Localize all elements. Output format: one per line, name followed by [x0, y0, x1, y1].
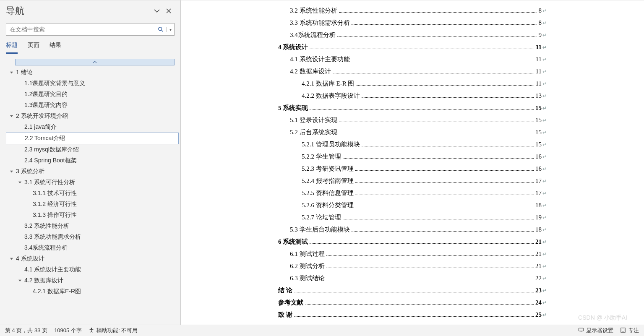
paragraph-mark-icon: ↵: [542, 102, 547, 114]
nav-close-button[interactable]: [163, 5, 175, 17]
paragraph-mark-icon: ↵: [542, 139, 547, 151]
toc-page-number: 21: [535, 260, 542, 272]
tree-item[interactable]: 2.1 java简介: [6, 122, 179, 133]
toc-leader-dots: [326, 280, 534, 280]
caret-expanded-icon[interactable]: [17, 278, 23, 284]
toc-leader-dots: [339, 122, 534, 122]
search-button[interactable]: [155, 26, 166, 32]
monitor-icon: [578, 327, 584, 334]
tree-item-label: 2 系统开发环境介绍: [16, 112, 68, 120]
status-focus[interactable]: 专注: [620, 327, 639, 334]
tree-item[interactable]: 1.2课题研究目的: [6, 89, 179, 100]
caret-expanded-icon[interactable]: [8, 256, 14, 262]
toc-title: 4 系统设计: [278, 41, 308, 53]
toc-leader-dots: [294, 316, 534, 317]
caret-expanded-icon[interactable]: [17, 180, 23, 185]
tree-item[interactable]: 1.3课题研究内容: [6, 100, 179, 111]
paragraph-mark-icon: ↵: [542, 29, 547, 41]
tree-item[interactable]: 3 系统分析: [6, 166, 179, 177]
toc-line: 6.1 测试过程21↵: [278, 248, 547, 260]
status-accessibility[interactable]: 辅助功能: 不可用: [89, 327, 138, 334]
toc-line: 致 谢25↵: [278, 309, 547, 321]
toc-page-number: 15: [535, 102, 542, 114]
tree-item[interactable]: 4.2.1 数据库E-R图: [6, 286, 179, 297]
toc-page-number: 22: [535, 272, 542, 284]
caret-none: [25, 190, 31, 196]
tree-item[interactable]: 3.4系统流程分析: [6, 242, 179, 253]
document-area[interactable]: 3.2 系统性能分析8↵3.3 系统功能需求分析8↵3.4系统流程分析9↵4 系…: [181, 0, 644, 325]
status-page[interactable]: 第 4 页，共 33 页: [5, 327, 47, 334]
toc-page-number: 11: [536, 78, 542, 89]
paragraph-mark-icon: ↵: [542, 224, 547, 236]
tree-item-label: 3 系统分析: [16, 168, 44, 175]
tree-item[interactable]: 1.1课题研究背景与意义: [6, 78, 179, 89]
tree-item[interactable]: 3.1.1 技术可行性: [6, 188, 179, 199]
paragraph-mark-icon: ↵: [542, 212, 547, 224]
tree-item[interactable]: 4.2 数据库设计: [6, 275, 179, 286]
tree-item[interactable]: 3.3 系统功能需求分析: [6, 232, 179, 242]
tree-item-label: 1.2课题研究目的: [24, 91, 68, 98]
tree-item-label: 1 绪论: [16, 69, 33, 76]
toc-page-number: 8: [539, 17, 542, 29]
toc-page-number: 15: [535, 126, 542, 138]
tree-item[interactable]: 2 系统开发环境介绍: [6, 111, 179, 122]
caret-none: [25, 289, 31, 294]
toc-leader-dots: [356, 85, 534, 86]
toc-leader-dots: [343, 158, 534, 159]
toc-page-number: 9: [539, 29, 542, 41]
caret-expanded-icon[interactable]: [8, 169, 14, 175]
tree-item[interactable]: 4 系统设计: [6, 253, 179, 264]
toc-line: 5.3 学生后台功能模块18↵: [278, 224, 547, 236]
tree-item[interactable]: 3.1.2 经济可行性: [6, 199, 179, 210]
toc-line: 5.2.7 论坛管理19↵: [278, 211, 547, 224]
paragraph-mark-icon: ↵: [542, 78, 547, 90]
search-box[interactable]: ▾: [6, 23, 175, 36]
tree-item-label: 3.1.2 经济可行性: [33, 201, 77, 208]
nav-tree[interactable]: 1 绪论1.1课题研究背景与意义1.2课题研究目的1.3课题研究内容2 系统开发…: [0, 65, 180, 325]
search-dropdown[interactable]: ▾: [166, 27, 174, 32]
toc-title: 3.3 系统功能需求分析: [290, 17, 350, 29]
tree-item-label: 1.1课题研究背景与意义: [24, 80, 85, 87]
toc-title: 5.2.2 学生管理: [302, 151, 341, 162]
paragraph-mark-icon: ↵: [542, 17, 547, 29]
status-display-settings[interactable]: 显示器设置: [578, 327, 613, 334]
paragraph-mark-icon: ↵: [542, 188, 547, 199]
tree-item-label: 4 系统设计: [16, 255, 44, 263]
toc-line: 3.3 系统功能需求分析8↵: [278, 17, 547, 29]
tree-item-label: 3.1.3 操作可行性: [33, 211, 77, 219]
toc-leader-dots: [362, 97, 534, 98]
tree-collapse-bar[interactable]: [15, 59, 175, 65]
tree-item[interactable]: 3.1 系统可行性分析: [6, 177, 179, 188]
tree-item[interactable]: 3.2 系统性能分析: [6, 221, 179, 232]
toc-line: 5.2 后台系统实现15↵: [278, 126, 547, 138]
caret-expanded-icon[interactable]: [8, 70, 14, 76]
paragraph-mark-icon: ↵: [542, 260, 547, 272]
toc-page-number: 11: [536, 65, 542, 77]
navigation-pane: 导航 ▾ 标题 页面 结果: [0, 0, 181, 325]
tree-item[interactable]: 3.1.3 操作可行性: [6, 210, 179, 221]
caret-expanded-icon[interactable]: [8, 113, 14, 119]
tab-headings[interactable]: 标题: [6, 42, 18, 54]
caret-none: [17, 124, 23, 130]
nav-collapse-button[interactable]: [151, 5, 163, 17]
status-word-count[interactable]: 10905 个字: [54, 327, 82, 334]
tab-results[interactable]: 结果: [50, 42, 61, 54]
paragraph-mark-icon: ↵: [542, 236, 547, 248]
tree-item[interactable]: 2.3 mysql数据库介绍: [6, 144, 179, 155]
tree-item[interactable]: 2.2 Tomcat介绍: [6, 133, 179, 144]
toc-leader-dots: [310, 49, 534, 49]
caret-none: [17, 147, 23, 153]
tree-item-label: 3.2 系统性能分析: [24, 222, 69, 230]
tab-pages[interactable]: 页面: [28, 42, 39, 54]
toc-leader-dots: [355, 207, 534, 207]
search-input[interactable]: [6, 23, 155, 35]
tree-item-label: 4.2.1 数据库E-R图: [33, 288, 81, 295]
toc-page-number: 18: [535, 224, 542, 235]
status-bar: 第 4 页，共 33 页 10905 个字 辅助功能: 不可用 显示器设置 专注: [0, 325, 644, 336]
paragraph-mark-icon: ↵: [542, 297, 547, 309]
tree-item[interactable]: 1 绪论: [6, 67, 179, 78]
tree-item[interactable]: 2.4 Spring Boot框架: [6, 155, 179, 166]
tree-item[interactable]: 4.1 系统设计主要功能: [6, 264, 179, 275]
toc-leader-dots: [333, 73, 534, 73]
caret-none: [17, 234, 23, 240]
